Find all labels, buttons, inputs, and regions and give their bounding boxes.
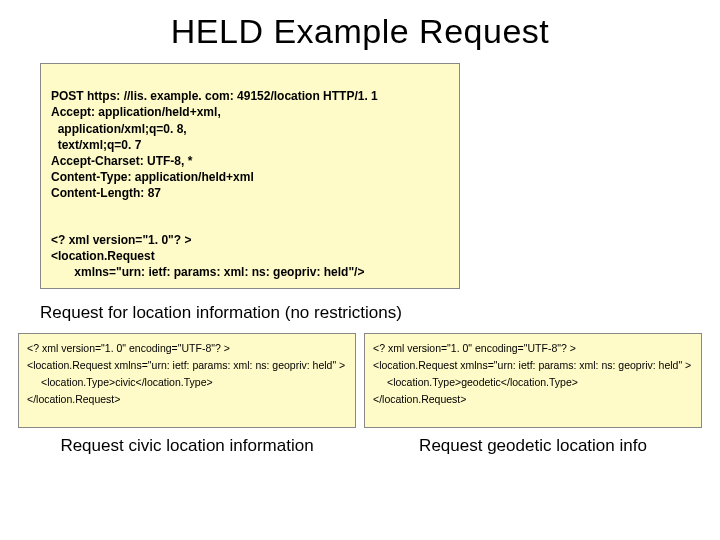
- accept-value: application/held+xml,: [95, 105, 221, 119]
- geodetic-request-box: <? xml version="1. 0" encoding="UTF-8"? …: [364, 333, 702, 428]
- xml-root: <location.Request: [51, 249, 155, 263]
- charset-label: Accept-Charset:: [51, 154, 144, 168]
- civic-caption: Request civic location information: [18, 436, 356, 456]
- charset-value: UTF-8, *: [144, 154, 193, 168]
- left-column: <? xml version="1. 0" encoding="UTF-8"? …: [18, 333, 356, 456]
- civic-l3: <location.Type>civic</location.Type>: [27, 374, 347, 391]
- accept-line3: text/xml;q=0. 7: [58, 138, 142, 152]
- page-title: HELD Example Request: [18, 12, 702, 51]
- clen-value: 87: [144, 186, 161, 200]
- http-line: POST https: //lis. example. com: 49152/l…: [51, 89, 378, 103]
- civic-l2: <location.Request xmlns="urn: ietf: para…: [27, 357, 347, 374]
- right-column: <? xml version="1. 0" encoding="UTF-8"? …: [364, 333, 702, 456]
- clen-label: Content-Length:: [51, 186, 144, 200]
- xml-ns: xmlns="urn: ietf: params: xml: ns: geopr…: [74, 265, 364, 279]
- civic-request-box: <? xml version="1. 0" encoding="UTF-8"? …: [18, 333, 356, 428]
- geodetic-caption: Request geodetic location info: [364, 436, 702, 456]
- ctype-value: application/held+xml: [131, 170, 253, 184]
- geo-l2: <location.Request xmlns="urn: ietf: para…: [373, 357, 693, 374]
- accept-line2: application/xml;q=0. 8,: [58, 122, 187, 136]
- ctype-label: Content-Type:: [51, 170, 131, 184]
- civic-l1: <? xml version="1. 0" encoding="UTF-8"? …: [27, 340, 347, 357]
- geo-l3: <location.Type>geodetic</location.Type>: [373, 374, 693, 391]
- geo-l1: <? xml version="1. 0" encoding="UTF-8"? …: [373, 340, 693, 357]
- civic-l4: </location.Request>: [27, 391, 347, 408]
- accept-label: Accept:: [51, 105, 95, 119]
- main-request-box: POST https: //lis. example. com: 49152/l…: [40, 63, 460, 289]
- examples-row: <? xml version="1. 0" encoding="UTF-8"? …: [18, 333, 702, 456]
- geo-l4: </location.Request>: [373, 391, 693, 408]
- main-caption: Request for location information (no res…: [40, 303, 702, 323]
- xml-decl: <? xml version="1. 0"? >: [51, 233, 191, 247]
